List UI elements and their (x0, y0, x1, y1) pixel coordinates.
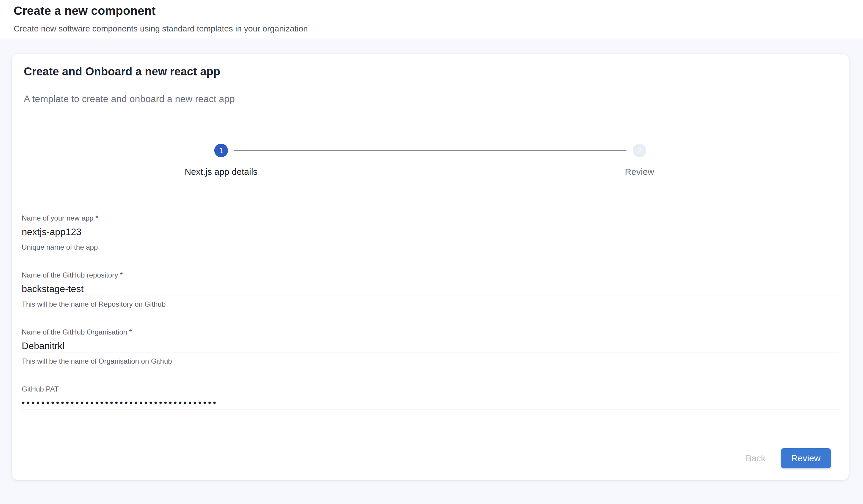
step-review: 2 Review (430, 144, 849, 177)
org-name-input[interactable] (22, 339, 839, 353)
app-name-helper: Unique name of the app (22, 243, 839, 252)
app-name-input[interactable] (22, 225, 839, 239)
field-github-pat: GitHub PAT (22, 385, 839, 410)
app-details-form: Name of your new app * Unique name of th… (12, 214, 849, 468)
card-head: Create and Onboard a new react app A tem… (12, 54, 849, 104)
field-app-name: Name of your new app * Unique name of th… (22, 214, 839, 252)
template-card: Create and Onboard a new react app A tem… (12, 54, 849, 480)
step-1-label: Next.js app details (185, 167, 257, 177)
page-subtitle: Create new software components using sta… (14, 24, 849, 34)
step-app-details: 1 Next.js app details (12, 144, 430, 177)
github-pat-label: GitHub PAT (22, 385, 839, 393)
github-pat-input[interactable] (22, 396, 839, 410)
step-2-indicator: 2 (633, 144, 646, 157)
page-header: Create a new component Create new softwa… (0, 0, 863, 39)
card-subtitle: A template to create and onboard a new r… (24, 93, 837, 104)
org-name-label: Name of the GitHub Organisation * (22, 328, 839, 337)
step-2-label: Review (625, 167, 654, 177)
repo-name-label: Name of the GitHub repository * (22, 271, 839, 280)
stepper: 1 Next.js app details 2 Review (12, 144, 849, 177)
review-button[interactable]: Review (781, 448, 831, 468)
step-connector (234, 150, 626, 151)
app-name-label: Name of your new app * (22, 214, 839, 223)
step-1-indicator: 1 (214, 144, 228, 157)
form-actions: Back Review (22, 448, 839, 468)
back-button[interactable]: Back (738, 449, 773, 467)
field-org-name: Name of the GitHub Organisation * This w… (22, 328, 839, 366)
org-name-helper: This will be the name of Organisation on… (22, 357, 839, 366)
page-title: Create a new component (14, 4, 849, 17)
card-title: Create and Onboard a new react app (24, 65, 837, 78)
main-content: Create and Onboard a new react app A tem… (0, 39, 863, 480)
field-repo-name: Name of the GitHub repository * This wil… (22, 271, 839, 309)
repo-name-input[interactable] (22, 282, 839, 296)
repo-name-helper: This will be the name of Repository on G… (22, 300, 839, 309)
